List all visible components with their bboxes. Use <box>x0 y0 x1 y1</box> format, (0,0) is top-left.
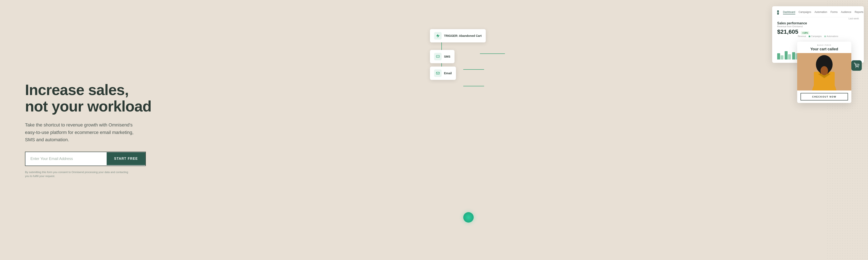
cart-label: BASIC PIECE <box>801 44 848 46</box>
consent-text: By submitting this form you consent to O… <box>25 170 129 178</box>
sms-icon <box>434 53 442 60</box>
main-heading: Increase sales, not your workload <box>25 82 417 115</box>
dashboard-nav: O Dashboard Campaigns Automation Forms A… <box>777 10 859 17</box>
cart-title: Your cart called <box>801 47 848 51</box>
sms-label: SMS <box>444 55 451 58</box>
email-channel-label: Email <box>444 72 452 75</box>
svg-point-11 <box>856 67 856 68</box>
right-content: O Dashboard Campaigns Automation Forms A… <box>434 0 868 260</box>
cart-card-header: BASIC PIECE Your cart called <box>797 42 851 53</box>
bar-automations-1 <box>780 55 783 60</box>
svg-point-3 <box>438 56 439 57</box>
period-label: Last week <box>848 17 859 20</box>
sales-header: Sales performance Last week <box>777 22 859 25</box>
trigger-card: TRIGGER: Abandoned Cart <box>430 29 486 42</box>
nav-item-audience[interactable]: Audience <box>841 11 851 14</box>
trigger-connector-line <box>480 53 505 54</box>
start-free-button[interactable]: START FREE <box>107 152 145 165</box>
bar-campaigns-3 <box>792 52 795 60</box>
bar-group-2 <box>785 51 791 60</box>
left-content: Increase sales, not your workload Take t… <box>0 69 434 191</box>
trigger-icon <box>434 32 442 39</box>
nav-item-dashboard[interactable]: Dashboard <box>783 11 795 14</box>
campaigns-dot <box>809 36 810 37</box>
svg-point-12 <box>858 67 859 68</box>
cart-icon-badge <box>851 60 862 71</box>
email-form: START FREE <box>25 152 146 166</box>
legend-campaigns-label: Campaigns <box>811 35 822 37</box>
bar-campaigns-1 <box>777 53 780 60</box>
svg-point-10 <box>820 66 828 75</box>
revenue-growth: +18% <box>801 31 809 35</box>
revenue-row: $21,605 +18% <box>777 29 859 35</box>
nav-item-forms[interactable]: Forms <box>831 11 838 14</box>
sales-title: Sales performance <box>777 22 807 25</box>
sms-card: SMS <box>430 50 455 63</box>
bar-campaigns-2 <box>785 51 787 60</box>
trigger-label: TRIGGER: Abandoned Cart <box>444 34 482 37</box>
legend-campaigns: Campaigns <box>809 35 822 37</box>
email-channel-icon <box>434 70 442 77</box>
legend-revenue-label: Revenue <box>798 35 806 37</box>
nav-items: Dashboard Campaigns Automation Forms Aud… <box>783 11 863 14</box>
sub-text: Take the shortcut to revenue growth with… <box>25 121 142 143</box>
cart-card: BASIC PIECE Your cart called <box>797 42 851 103</box>
nav-item-campaigns[interactable]: Campaigns <box>799 11 811 14</box>
checkout-now-button[interactable]: CHECKOUT NOW <box>801 93 848 101</box>
green-pulse-circle <box>463 212 474 223</box>
cart-product-image <box>797 53 851 90</box>
nav-item-automation[interactable]: Automation <box>814 11 827 14</box>
email-channel-card: Email <box>430 67 456 80</box>
nav-item-reports[interactable]: Reports <box>855 11 863 14</box>
legend-automations-label: Automations <box>827 35 838 37</box>
svg-rect-4 <box>436 72 439 74</box>
email-input[interactable] <box>25 152 107 165</box>
revenue-amount: $21,605 <box>777 29 798 35</box>
sms-connector-line <box>463 69 484 70</box>
hero-section: Increase sales, not your workload Take t… <box>0 0 868 260</box>
legend-revenue: Revenue <box>798 35 806 37</box>
chart-legend: Revenue Campaigns Automations <box>777 35 859 37</box>
bar-group-1 <box>777 53 783 60</box>
automations-dot <box>824 36 826 37</box>
nav-logo: O <box>777 10 779 14</box>
email-connector-line <box>463 86 484 86</box>
legend-automations: Automations <box>824 35 838 37</box>
svg-point-2 <box>437 56 438 57</box>
revenue-label: Revenue from Omnisend <box>777 25 859 28</box>
svg-point-1 <box>437 56 437 57</box>
bar-automations-2 <box>788 54 791 60</box>
